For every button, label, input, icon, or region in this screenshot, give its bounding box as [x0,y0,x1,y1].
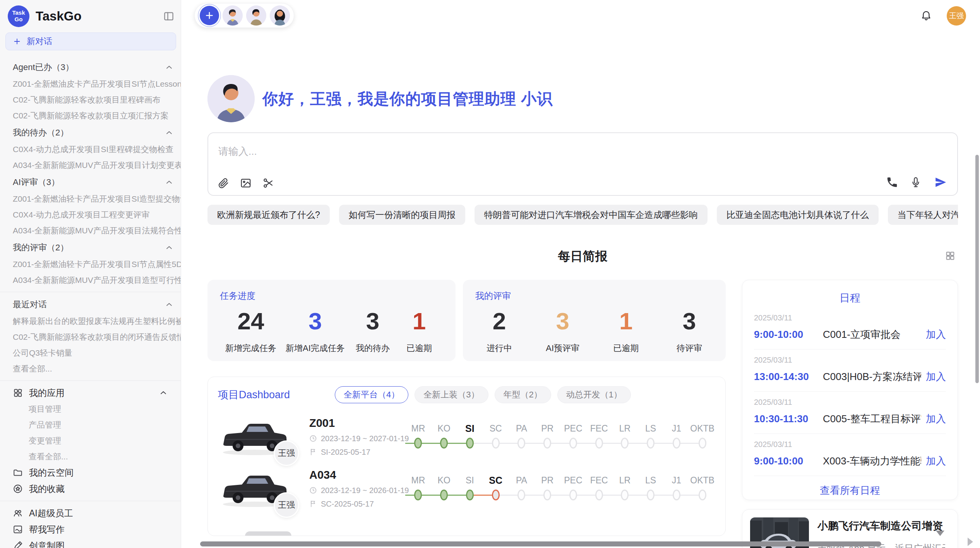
composer-placeholder: 请输入... [218,145,257,158]
recent-chat-item[interactable]: 公司Q3轻卡销量 [0,345,181,361]
recent-chats-label: 最近对话 [13,299,47,310]
milestone-node [440,490,448,500]
sidebar-item-favorites[interactable]: 我的收藏 [0,481,181,497]
recent-chat-item[interactable]: 解释最新出台的欧盟报废车法规再生塑料比例被调至15%... [0,313,181,329]
project-dates-text: 2023-12-19 ~ 2027-01-19 [321,434,409,443]
add-agent-button[interactable] [200,6,219,25]
recent-chats-header[interactable]: 最近对话 [0,296,181,313]
milestone-connector [535,495,543,496]
milestone-connector [603,443,612,444]
sidebar-item-ai-super-staff[interactable]: AI超级员工 [0,505,181,521]
milestone-track [664,487,690,503]
recent-chat-view-all[interactable]: 查看全部... [0,361,181,377]
dashboard-filter-pill[interactable]: 动总开发（1） [557,386,631,403]
vertical-scrollbar[interactable] [975,155,979,383]
dashboard-filter-pill[interactable]: 年型（2） [495,386,551,403]
milestone-label: FEC [586,422,612,435]
sidebar-collapse-icon[interactable] [163,10,175,22]
task-item[interactable]: Z001-全新燃油皮卡产品开发项目SI节点Lesson Learn报告 [0,76,181,92]
scroll-right-arrow-icon[interactable] [968,538,973,546]
horizontal-scrollbar[interactable] [200,541,881,546]
stat-label: 已逾期 [613,342,639,354]
scissors-icon[interactable] [262,177,274,189]
recent-chat-item[interactable]: C02-飞腾新能源轻客改款项目的闭环通告反馈情况 [0,329,181,345]
app-item-view-all[interactable]: 查看全部... [0,449,181,464]
suggestion-chip[interactable]: 当下年轻人对汽车外观有怎样的喜好趋势 [888,205,958,225]
cloud-space-label: 我的云空间 [29,467,74,479]
task-item[interactable]: C0X4-动力总成开发项目工程变更评审 [0,207,181,223]
project-row[interactable]: 王强Z0012023-12-19 ~ 2027-01-19SI-2025-05-… [218,416,715,457]
suggestion-chip[interactable]: 如何写一份清晰的项目周报 [339,205,465,225]
plus-icon [204,10,214,21]
clock-icon [309,435,317,442]
milestone-label: OKTB [689,474,715,487]
agent-avatar[interactable] [246,5,266,26]
suggestion-chip[interactable]: 特朗普可能对进口汽车增税会对中国车企造成哪些影响 [475,205,708,225]
task-section-label: 我的待办（2） [13,127,69,139]
app-item-change-mgmt[interactable]: 变更管理 [0,433,181,449]
join-meeting-link[interactable]: 加入 [926,328,946,341]
send-icon[interactable] [934,176,947,189]
project-car-image: 王强 [218,416,291,457]
app-item-product-mgmt[interactable]: 产品管理 [0,417,181,433]
task-item[interactable]: C02-飞腾新能源轻客改款项目立项汇报方案 [0,108,181,123]
task-section-header[interactable]: 我的待办（2） [0,124,181,141]
task-item[interactable]: A034-全新新能源MUV产品开发项目法规符合性评审 [0,223,181,238]
milestone-connector [560,495,569,496]
milestone-label: SC [483,422,509,435]
notification-bell-icon[interactable] [920,10,932,22]
task-section-header[interactable]: AI评审（3） [0,174,181,191]
project-row[interactable]: 王强A0342023-12-19 ~ 2026-01-19SC-2025-05-… [218,468,715,509]
task-section-header[interactable]: Agent已办（3） [0,59,181,76]
microphone-icon[interactable] [910,176,922,188]
task-item[interactable]: Z001-全新燃油轻卡产品开发项目SI造型提交物评审 [0,191,181,207]
milestone-connector [689,495,698,496]
chevron-up-icon [164,300,174,309]
sidebar-item-cloud-space[interactable]: 我的云空间 [0,464,181,481]
join-meeting-link[interactable]: 加入 [926,412,946,426]
milestone-label: J1 [664,422,690,435]
task-item[interactable]: C02-飞腾新能源轻客改款项目里程碑画布 [0,92,181,108]
layout-grid-icon[interactable] [945,250,956,261]
paperclip-icon[interactable] [218,177,229,189]
milestone-label: KO [431,422,457,435]
dashboard-filter-pill[interactable]: 全新上装（3） [415,386,488,403]
phone-icon[interactable] [886,176,898,188]
milestone-connector [654,495,663,496]
hero-section: 你好，王强，我是你的项目管理助理 小识 [207,75,958,122]
milestone-connector [431,443,440,444]
milestone-cell: PR [535,474,560,503]
new-chat-button[interactable]: 新对话 [5,33,176,50]
sidebar-item-creative-drawing[interactable]: 创意制图 [0,538,181,548]
assistant-avatar [207,75,255,122]
suggestion-chip[interactable]: 欧洲新规最近颁布了什么? [207,205,330,225]
milestone-track [560,487,586,503]
task-item[interactable]: C0X4-动力总成开发项目SI里程碑提交物检查 [0,141,181,157]
schedule-item-main: 10:30-11:30C005-整车工程目标评审加入 [754,412,946,426]
milestone-node [569,438,577,449]
suggestion-chip[interactable]: 比亚迪全固态电池计划具体说了什么 [717,205,879,225]
agent-avatar[interactable] [223,5,243,26]
join-meeting-link[interactable]: 加入 [926,454,946,468]
milestone-connector [535,443,543,444]
agent-avatar[interactable] [270,5,290,26]
user-avatar[interactable]: 王强 [947,6,966,26]
task-item[interactable]: A034-全新新能源MUV产品开发项目计划变更表编写 [0,157,181,173]
image-icon[interactable] [240,177,252,189]
join-meeting-link[interactable]: 加入 [926,370,946,384]
view-all-schedules-link[interactable]: 查看所有日程 [754,484,946,497]
schedule-item: 2025/03/1113:00-14:30C003|H0B-方案冻结评审加入 [754,349,946,392]
milestone-cell: PEC [560,422,586,451]
sidebar-item-help-me-write[interactable]: 帮我写作 [0,521,181,538]
dashboard-filter-pill[interactable]: 全新平台（4） [335,386,408,403]
briefing-card-title: 任务进度 [220,290,443,302]
composer[interactable]: 请输入... [207,132,958,196]
task-section-header[interactable]: 我的评审（2） [0,239,181,256]
milestone-connector [586,443,595,444]
task-item[interactable]: A034-全新新能源MUV产品开发项目造型可行性评审 [0,272,181,288]
sidebar-item-my-apps[interactable]: 我的应用 [0,385,181,401]
app-item-project-mgmt[interactable]: 项目管理 [0,401,181,417]
task-item[interactable]: Z001-全新燃油轻卡产品开发项目SI节点属性5D文件评审 [0,256,181,272]
milestone-node [414,438,422,449]
scroll-down-arrow-icon[interactable] [936,531,944,536]
